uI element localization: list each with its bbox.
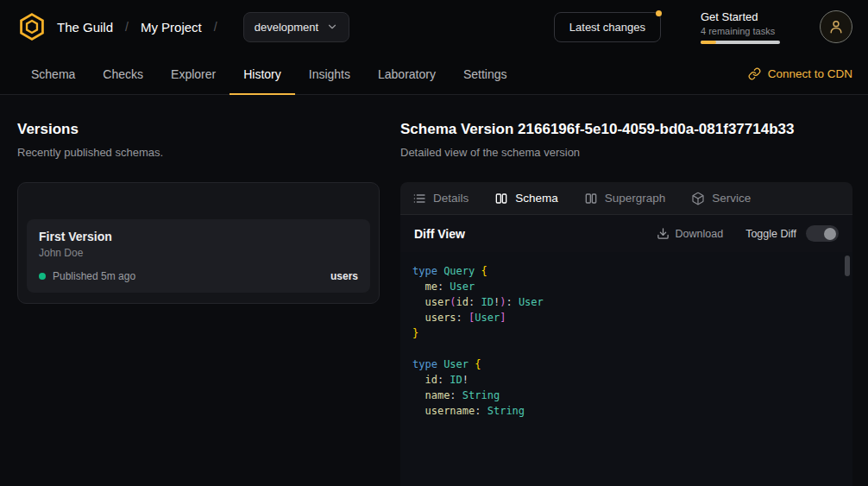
target-selector[interactable]: development [243, 12, 349, 42]
tab-schema[interactable]: Schema [494, 192, 558, 205]
version-meta-row: Published 5m ago users [39, 270, 358, 282]
top-header: The Guild / My Project / development Lat… [0, 0, 868, 54]
version-name: First Version [39, 230, 358, 243]
schema-code-viewer[interactable]: type Query { me: User user(id: ID!): Use… [400, 252, 852, 486]
tab-supergraph[interactable]: Supergraph [584, 192, 666, 205]
get-started-widget[interactable]: Get Started 4 remaining tasks [701, 10, 780, 44]
scrollbar-thumb[interactable] [845, 256, 850, 276]
version-list-item[interactable]: First Version John Doe Published 5m ago … [27, 219, 370, 293]
breadcrumb-project[interactable]: My Project [141, 20, 202, 35]
toggle-knob [824, 228, 836, 240]
diff-actions: Download Toggle Diff [657, 225, 839, 242]
versions-column: Versions Recently published schemas. Fir… [17, 121, 380, 486]
get-started-title: Get Started [701, 10, 780, 23]
schema-panel: Details Schema Sup [400, 182, 852, 486]
get-started-subtitle: 4 remaining tasks [701, 26, 780, 36]
published-dot-icon [39, 273, 46, 280]
diff-view-header: Diff View Download Toggle Diff [400, 215, 852, 252]
latest-changes-button[interactable]: Latest changes [554, 12, 661, 42]
latest-changes-label: Latest changes [569, 21, 645, 34]
breadcrumb-separator: / [214, 20, 217, 34]
diff-view-title: Diff View [414, 227, 465, 241]
list-icon [412, 192, 426, 205]
columns-icon [584, 192, 598, 205]
schema-panel-tabs: Details Schema Sup [400, 182, 852, 215]
hive-logo-icon [17, 12, 47, 41]
schema-version-subtitle: Detailed view of the schema version [400, 146, 852, 159]
main-content: Versions Recently published schemas. Fir… [0, 95, 868, 486]
get-started-progressbar [701, 41, 780, 44]
tab-service[interactable]: Service [691, 192, 751, 205]
version-service-badge: users [330, 270, 358, 282]
download-label: Download [676, 228, 724, 240]
toggle-diff-control: Toggle Diff [745, 225, 839, 242]
diff-toggle-switch[interactable] [806, 225, 839, 242]
download-icon [657, 227, 670, 240]
columns-icon [494, 192, 508, 205]
box-icon [691, 192, 705, 205]
nav-tab-schema[interactable]: Schema [17, 54, 89, 94]
schema-version-detail: Schema Version 2166196f-5e10-4059-bd0a-0… [400, 121, 852, 486]
target-selector-value: development [255, 21, 318, 34]
link-icon [748, 67, 761, 80]
tab-details[interactable]: Details [412, 192, 469, 205]
notification-dot [656, 10, 662, 16]
nav-tab-insights[interactable]: Insights [295, 54, 364, 94]
versions-subtitle: Recently published schemas. [17, 146, 380, 159]
versions-list-card: First Version John Doe Published 5m ago … [17, 182, 380, 304]
connect-to-cdn-button[interactable]: Connect to CDN [748, 54, 852, 94]
breadcrumb-separator: / [125, 20, 129, 34]
code-block: type Query { me: User user(id: ID!): Use… [412, 263, 840, 419]
nav-tab-laboratory[interactable]: Laboratory [364, 54, 450, 94]
connect-to-cdn-label: Connect to CDN [768, 67, 852, 80]
versions-title: Versions [17, 121, 380, 138]
toggle-diff-label: Toggle Diff [745, 228, 796, 240]
chevron-down-icon [326, 21, 338, 33]
code-scrollbar[interactable] [845, 256, 850, 483]
header-right-group: Latest changes Get Started 4 remaining t… [554, 10, 852, 44]
version-status: Published 5m ago [53, 270, 135, 282]
nav-tab-settings[interactable]: Settings [450, 54, 521, 94]
progress-fill [701, 41, 716, 44]
nav-tab-explorer[interactable]: Explorer [157, 54, 230, 94]
download-button[interactable]: Download [657, 227, 724, 240]
main-nav: Schema Checks Explorer History Insights … [0, 54, 868, 95]
nav-tab-history[interactable]: History [230, 54, 295, 94]
org-breadcrumb[interactable]: The Guild [17, 12, 113, 41]
person-icon [827, 18, 845, 35]
nav-tab-checks[interactable]: Checks [89, 54, 157, 94]
org-name[interactable]: The Guild [57, 20, 113, 35]
version-author: John Doe [39, 247, 358, 259]
schema-version-title: Schema Version 2166196f-5e10-4059-bd0a-0… [400, 121, 852, 138]
user-avatar[interactable] [820, 10, 852, 43]
